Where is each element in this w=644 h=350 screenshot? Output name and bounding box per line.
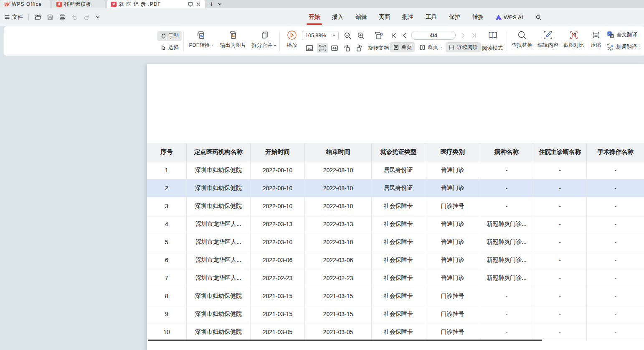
table-cell: 新冠肺炎门诊... (480, 233, 533, 251)
print-icon[interactable] (59, 14, 66, 21)
monitor-icon[interactable] (188, 1, 193, 7)
continuous-read-button[interactable]: 连续阅读 (446, 42, 481, 52)
read-mode-label[interactable]: 阅读模式 (482, 45, 503, 52)
table-bottom-border (148, 340, 542, 341)
table-cell: - (480, 197, 533, 215)
save-icon[interactable] (47, 14, 53, 20)
tab-docer-templates[interactable]: d 找稻壳模板 (52, 0, 105, 8)
table-cell: 社会保障卡 (372, 287, 425, 305)
wps-ai-icon (496, 15, 502, 20)
screenshot-compare-button[interactable]: 截图对比 (562, 30, 586, 49)
last-page-icon[interactable] (471, 32, 477, 39)
export-image-button[interactable]: 输出为图片 (218, 30, 248, 49)
double-page-button[interactable]: 双页 (416, 42, 446, 52)
divider (507, 31, 507, 51)
zoom-level-select[interactable]: 105.88% (302, 31, 339, 40)
select-tool-button[interactable]: 选择 (157, 43, 182, 53)
actual-size-icon[interactable]: 1:1 (305, 44, 314, 52)
menu-search-icon[interactable] (535, 14, 542, 20)
find-replace-button[interactable]: 查找替换 (510, 30, 534, 49)
single-page-button[interactable]: 单页 (390, 42, 415, 52)
hamburger-icon (4, 14, 10, 20)
table-cell: 新冠肺炎门诊... (480, 251, 533, 269)
table-cell: - (587, 215, 644, 233)
table-cell: - (533, 323, 587, 341)
pdf-convert-button[interactable]: W PDF转换 (187, 30, 216, 49)
table-cell: 普通门诊 (425, 269, 480, 287)
tab-document-active[interactable]: P 就 医 记 录 .PDF (107, 0, 205, 8)
rotate-left-icon[interactable] (343, 44, 351, 52)
zoom-out-icon[interactable] (344, 32, 352, 40)
table-cell: 10 (147, 323, 187, 341)
tab-label: WPS Office (12, 1, 46, 7)
undo-history-chevron-icon[interactable] (96, 15, 100, 19)
pdf-convert-icon: W (196, 30, 207, 41)
menu-item-insert[interactable]: 插入 (332, 13, 343, 21)
divider (183, 31, 184, 51)
menu-item-convert[interactable]: 转换 (472, 13, 484, 21)
zoom-level-value: 105.88% (305, 33, 326, 38)
table-cell: - (533, 215, 587, 233)
menu-item-edit[interactable]: 编辑 (355, 13, 367, 21)
table-cell: 深圳市妇幼保健院 (187, 305, 251, 323)
edit-content-button[interactable]: 编辑内容 (536, 30, 560, 49)
table-cell: 居民身份证 (372, 161, 425, 179)
next-page-icon[interactable] (460, 32, 467, 39)
table-cell: 2022-08-10 (251, 161, 305, 179)
table-cell: - (480, 179, 533, 197)
table-header-cell: 序号 (147, 143, 187, 161)
menu-item-page[interactable]: 页面 (379, 13, 390, 21)
tab-label: 找稻壳模板 (64, 1, 101, 8)
table-cell: 2022-03-10 (251, 233, 305, 251)
split-merge-button[interactable]: 拆分合并 (249, 30, 279, 49)
page-number-input[interactable] (411, 31, 456, 40)
zoom-in-icon[interactable] (357, 32, 365, 40)
rotate-right-icon[interactable] (355, 44, 364, 52)
table-cell: 1 (147, 161, 187, 179)
rotate-pages-icon[interactable] (373, 30, 385, 41)
undo-icon[interactable] (71, 14, 78, 20)
divider (28, 14, 29, 20)
table-cell: 普通门诊 (425, 215, 480, 233)
full-translate-icon: A (607, 31, 614, 38)
fit-page-button[interactable] (317, 43, 328, 53)
prev-page-icon[interactable] (401, 32, 408, 39)
svg-text:A: A (611, 44, 613, 48)
hand-tool-button[interactable]: 手型 (157, 31, 182, 41)
tab-list-chevron-icon[interactable] (218, 2, 222, 6)
menu-item-home[interactable]: 开始 (309, 13, 320, 21)
fit-width-icon[interactable] (330, 44, 339, 52)
table-header-cell: 结束时间 (305, 143, 372, 161)
table-header-cell: 定点医药机构名称 (187, 143, 251, 161)
open-folder-icon[interactable] (34, 14, 41, 21)
table-cell: 社会保障卡 (372, 269, 425, 287)
read-mode-icon[interactable] (487, 30, 498, 41)
menu-item-comment[interactable]: 批注 (402, 13, 413, 21)
first-page-icon[interactable] (390, 32, 397, 39)
wps-ai-button[interactable]: WPS AI (496, 14, 523, 20)
select-tool-label: 选择 (168, 44, 179, 51)
table-cell: 2022-08-10 (251, 179, 305, 197)
chevron-down-icon (332, 34, 335, 37)
table-cell: 门诊挂号 (425, 287, 480, 305)
file-menu-button[interactable]: 文件 (4, 13, 23, 21)
new-tab-button[interactable]: + (210, 0, 213, 8)
word-translate-button[interactable]: A文 划词翻译 (607, 43, 641, 51)
redo-icon[interactable] (84, 14, 90, 20)
menu-item-protect[interactable]: 保护 (449, 13, 460, 21)
rotate-doc-label[interactable]: 旋转文档 (368, 45, 389, 52)
close-tab-icon[interactable] (196, 2, 201, 7)
compress-button[interactable]: 压缩 (587, 30, 605, 49)
table-cell: 社会保障卡 (372, 323, 425, 341)
table-cell: 2021-03-15 (251, 305, 305, 323)
table-header-cell: 医疗类别 (425, 143, 480, 161)
table-cell: 社会保障卡 (372, 197, 425, 215)
table-cell: 新冠肺炎门诊... (480, 269, 533, 287)
tab-wps-home[interactable]: W WPS Office (0, 0, 50, 8)
table-cell: 2021-03-05 (305, 323, 372, 341)
table-cell: 4 (147, 215, 187, 233)
play-button[interactable]: 播放 (284, 30, 300, 49)
menu-item-tools[interactable]: 工具 (426, 13, 437, 21)
divider (279, 31, 280, 51)
full-translate-button[interactable]: A 全文翻译 (607, 31, 637, 38)
